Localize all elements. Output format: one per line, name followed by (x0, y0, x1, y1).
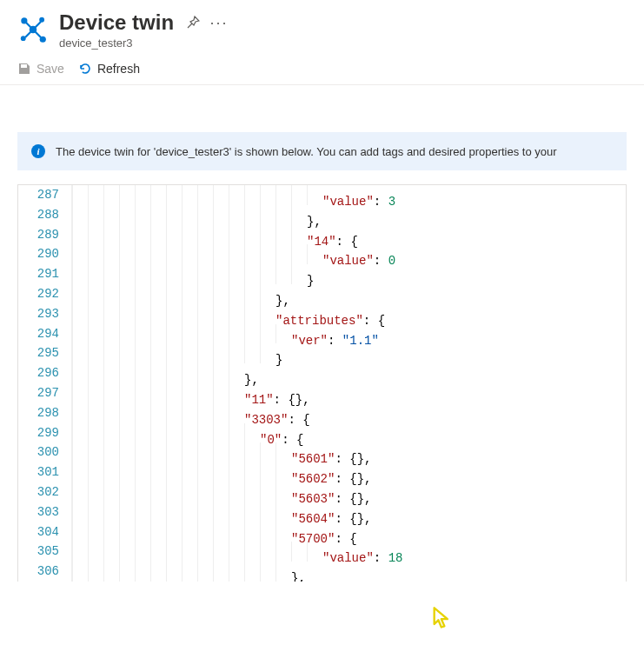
code-line[interactable]: 287"value": 3 (18, 185, 626, 205)
line-number: 304 (18, 522, 72, 542)
code-line[interactable]: 294"ver": "1.1" (18, 324, 626, 344)
code-content: "3303": { (72, 403, 310, 423)
code-line[interactable]: 305"value": 18 (18, 542, 626, 562)
line-number: 302 (18, 482, 72, 502)
code-content: }, (72, 205, 322, 225)
code-content: "attributes": { (72, 304, 385, 324)
line-number: 289 (18, 225, 72, 245)
code-content: }, (72, 363, 259, 383)
line-number: 293 (18, 304, 72, 324)
code-content: "value": 18 (72, 542, 402, 562)
line-number: 290 (18, 244, 72, 264)
toolbar: Save Refresh (0, 57, 644, 85)
code-content: } (72, 264, 314, 284)
code-line[interactable]: 292}, (18, 284, 626, 304)
code-editor[interactable]: 287"value": 3288},289"14": {290"value": … (17, 184, 627, 582)
code-line[interactable]: 302"5603": {}, (18, 482, 626, 502)
line-number: 299 (18, 423, 72, 443)
line-number: 305 (18, 542, 72, 562)
save-label: Save (37, 62, 64, 76)
code-content: } (72, 343, 282, 363)
mouse-cursor-icon (430, 606, 455, 630)
device-twin-icon (17, 14, 49, 45)
line-number: 306 (18, 562, 72, 582)
code-line[interactable]: 300"5601": {}, (18, 442, 626, 462)
code-content: "0": { (72, 423, 303, 443)
line-number: 298 (18, 403, 72, 423)
code-line[interactable]: 301"5602": {}, (18, 462, 626, 482)
line-number: 300 (18, 442, 72, 462)
code-content: "ver": "1.1" (72, 324, 379, 344)
line-number: 292 (18, 284, 72, 304)
info-icon: i (31, 144, 45, 158)
code-line[interactable]: 293"attributes": { (18, 304, 626, 324)
line-number: 287 (18, 185, 72, 205)
code-content: "5604": {}, (72, 502, 371, 522)
code-line[interactable]: 296}, (18, 363, 626, 383)
refresh-icon (78, 62, 92, 76)
code-line[interactable]: 304"5700": { (18, 522, 626, 542)
save-icon (17, 62, 31, 76)
save-button: Save (17, 62, 64, 76)
line-number: 296 (18, 363, 72, 383)
page-header: Device twin ··· device_tester3 (0, 0, 644, 57)
code-content: "value": 3 (72, 185, 395, 205)
line-number: 288 (18, 205, 72, 225)
code-content: "5602": {}, (72, 462, 371, 482)
code-line[interactable]: 297"11": {}, (18, 383, 626, 403)
code-line[interactable]: 290"value": 0 (18, 244, 626, 264)
code-content: "5603": {}, (72, 482, 371, 502)
code-content: "5700": { (72, 522, 357, 542)
code-line[interactable]: 289"14": { (18, 225, 626, 245)
code-line[interactable]: 303"5604": {}, (18, 502, 626, 522)
pin-icon[interactable] (186, 16, 200, 30)
line-number: 294 (18, 324, 72, 344)
info-banner: i The device twin for 'device_tester3' i… (17, 132, 627, 170)
line-number: 295 (18, 343, 72, 363)
refresh-label: Refresh (97, 62, 140, 76)
code-line[interactable]: 298"3303": { (18, 403, 626, 423)
code-content: "14": { (72, 225, 358, 245)
code-content: "5601": {}, (72, 442, 371, 462)
page-subtitle: device_tester3 (59, 37, 627, 50)
code-content: "11": {}, (72, 383, 310, 403)
line-number: 301 (18, 462, 72, 482)
line-number: 297 (18, 383, 72, 403)
code-content: "value": 0 (72, 244, 395, 264)
more-icon[interactable]: ··· (212, 16, 226, 30)
line-number: 303 (18, 502, 72, 522)
code-content: }, (72, 562, 306, 582)
code-content: }, (72, 284, 290, 304)
info-banner-text: The device twin for 'device_tester3' is … (56, 145, 557, 158)
line-number: 291 (18, 264, 72, 284)
code-line[interactable]: 299"0": { (18, 423, 626, 443)
page-title: Device twin (59, 10, 174, 35)
refresh-button[interactable]: Refresh (78, 62, 140, 76)
